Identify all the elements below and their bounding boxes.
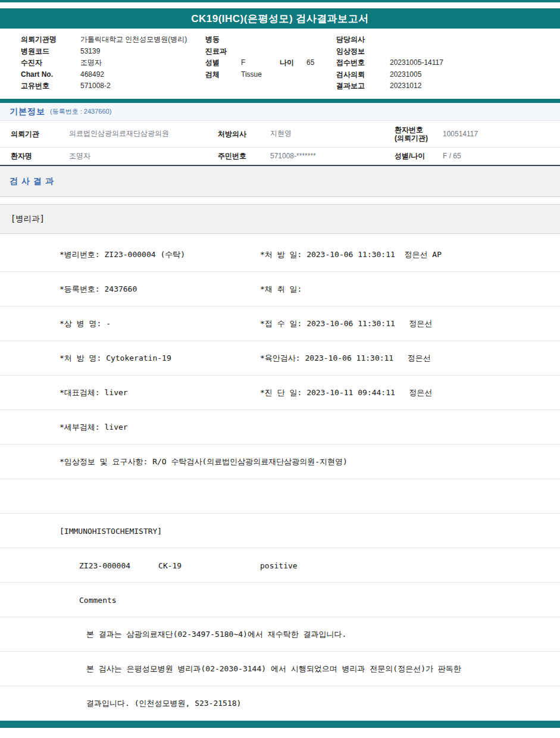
- header-info: 의뢰기관명 가톨릭대학교 인천성모병원(병리) 병원코드 53139 수진자 조…: [0, 29, 560, 99]
- field-row: 임상정보: [336, 46, 443, 58]
- field-label: 진료과: [205, 46, 241, 58]
- field-label: 고유번호: [21, 80, 80, 92]
- field-row: 진료과: [205, 46, 314, 58]
- result-right-text: *육안검사: 2023-10-06 11:30:11 정은선: [260, 353, 431, 364]
- field-label: 성별: [205, 57, 241, 69]
- field-row: 병원코드 53139: [21, 46, 187, 58]
- result-left-text: *병리번호: ZI23-000004 (수탁): [60, 249, 185, 260]
- field-label: 검사의뢰: [336, 69, 390, 81]
- field-value: 20231012: [390, 80, 421, 92]
- result-left-text: *대표검체: liver: [60, 387, 128, 398]
- field-row: 고유번호 571008-2: [21, 80, 187, 92]
- field-row: 의뢰기관명 가톨릭대학교 인천성모병원(병리): [21, 34, 187, 46]
- result-row: *처 방 명: Cytokeratin-19 *육안검사: 2023-10-06…: [0, 341, 560, 376]
- field-value: 468492: [80, 69, 104, 81]
- field-label: 결과보고: [336, 80, 390, 92]
- basic-info-section-header: 기본정보 (등록번호 : 2437660): [0, 103, 560, 121]
- cell-label: 환자명: [0, 147, 65, 165]
- result-right-text: *접 수 일: 2023-10-06 11:30:11 정은선: [260, 318, 432, 329]
- field-row: 성별 F 나이 65: [205, 57, 314, 69]
- cell-label: 의뢰기관: [0, 121, 65, 147]
- result-row: *세부검체: liver: [0, 410, 560, 445]
- cell-value: 지현영: [267, 121, 384, 147]
- result-left-text: 결과입니다. (인천성모병원, S23-21518): [86, 698, 241, 709]
- field-value: 65: [306, 57, 314, 69]
- result-left-text: *상 병 명: -: [60, 318, 111, 329]
- department-band: [병리과]: [0, 204, 560, 234]
- header-column-right: 담당의사 임상정보 접수번호 20231005-14117 검사의뢰 20231…: [336, 34, 443, 92]
- field-value: 20231005: [390, 69, 421, 81]
- field-row: 병동: [205, 34, 314, 46]
- field-value: 20231005-14117: [390, 57, 443, 69]
- result-left-text: Comments: [79, 595, 117, 604]
- basic-info-title: 기본정보: [10, 107, 45, 117]
- result-left-text: ZI23-000004 CK-19: [79, 561, 182, 570]
- result-row: ZI23-000004 CK-19 positive: [0, 548, 560, 583]
- result-right-text: *진 단 일: 2023-10-11 09:44:11 정은선: [260, 387, 432, 398]
- cell-label: 처방의사: [207, 121, 267, 147]
- field-label: 수진자: [21, 57, 80, 69]
- field-label: 검체: [205, 69, 241, 81]
- field-row: 검체 Tissue: [205, 69, 314, 81]
- result-row: *상 병 명: - *접 수 일: 2023-10-06 11:30:11 정은…: [0, 307, 560, 341]
- field-value: Tissue: [241, 69, 262, 81]
- result-row: [0, 479, 560, 514]
- field-row: 수진자 조명자: [21, 57, 187, 69]
- header-column-middle: 병동 진료과 성별 F 나이 65 검체 Tissue: [205, 34, 314, 80]
- result-row: Comments: [0, 583, 560, 617]
- field-value: 가톨릭대학교 인천성모병원(병리): [80, 34, 187, 46]
- result-right-text: *처 방 일: 2023-10-06 11:30:11 정은선 AP: [260, 249, 442, 260]
- field-value: 571008-2: [80, 80, 111, 92]
- result-section-header: 검 사 결 과: [0, 166, 560, 197]
- field-row: 결과보고 20231012: [336, 80, 443, 92]
- result-left-text: 본 결과는 삼광의료재단(02-3497-5180~4)에서 재수탁한 결과입니…: [86, 629, 346, 640]
- field-row: 담당의사: [336, 34, 443, 46]
- result-left-text: *임상정보 및 요구사항: R/O 수탁검사(의료법인삼광의료재단삼광의원-지현…: [60, 456, 348, 467]
- report-title: CK19(IHC)(은평성모) 검사결과보고서: [191, 12, 369, 26]
- result-row: *대표검체: liver *진 단 일: 2023-10-11 09:44:11…: [0, 376, 560, 410]
- result-row: *등록번호: 2437660 *채 취 일:: [0, 272, 560, 307]
- spacer: [0, 197, 560, 204]
- result-left-text: *세부검체: liver: [60, 422, 128, 433]
- department-label: [병리과]: [11, 214, 45, 224]
- bottom-divider: [0, 721, 560, 728]
- header-column-left: 의뢰기관명 가톨릭대학교 인천성모병원(병리) 병원코드 53139 수진자 조…: [21, 34, 187, 92]
- field-label: 병동: [205, 34, 241, 46]
- field-value: 조명자: [80, 57, 102, 69]
- cell-label: 성별/나이: [384, 147, 439, 165]
- cell-value: F / 65: [439, 147, 560, 165]
- result-right-text: positive: [260, 561, 298, 570]
- header-section-divider: [0, 99, 560, 103]
- result-row: 본 검사는 은평성모병원 병리과(02-2030-3144) 에서 시행되었으며…: [0, 652, 560, 686]
- cell-value: 571008-*******: [267, 147, 384, 165]
- table-row: 환자명 조명자 주민번호 571008-******* 성별/나이 F / 65: [0, 147, 560, 165]
- result-left-text: 본 검사는 은평성모병원 병리과(02-2030-3144) 에서 시행되었으며…: [86, 664, 461, 674]
- cell-value: 조명자: [65, 147, 207, 165]
- result-row: 본 결과는 삼광의료재단(02-3497-5180~4)에서 재수탁한 결과입니…: [0, 617, 560, 652]
- result-row: [IMMUNOHISTOCHEMISTRY]: [0, 514, 560, 548]
- field-row: 검사의뢰 20231005: [336, 69, 443, 81]
- result-row: 결과입니다. (인천성모병원, S23-21518): [0, 686, 560, 721]
- result-rows: *병리번호: ZI23-000004 (수탁) *처 방 일: 2023-10-…: [0, 237, 560, 721]
- top-divider: [0, 0, 560, 2]
- result-section-title: 검 사 결 과: [10, 176, 54, 187]
- result-left-text: *등록번호: 2437660: [60, 284, 137, 295]
- field-label: 임상정보: [336, 46, 390, 58]
- field-label: 병원코드: [21, 46, 80, 58]
- cell-value: 의료법인삼광의료재단삼광의원: [65, 121, 207, 147]
- result-left-text: [IMMUNOHISTOCHEMISTRY]: [60, 526, 162, 535]
- field-label: 의뢰기관명: [21, 34, 80, 46]
- result-right-text: *채 취 일:: [260, 284, 302, 295]
- cell-value: 100514117: [439, 121, 560, 147]
- basic-info-table: 의뢰기관 의료법인삼광의료재단삼광의원 처방의사 지현영 환자번호 (의뢰기관)…: [0, 121, 560, 166]
- field-row: 접수번호 20231005-14117: [336, 57, 443, 69]
- cell-label: 주민번호: [207, 147, 267, 165]
- field-value: 53139: [80, 46, 100, 58]
- report-page: CK19(IHC)(은평성모) 검사결과보고서 의뢰기관명 가톨릭대학교 인천성…: [0, 0, 560, 738]
- field-label: 담당의사: [336, 34, 390, 46]
- field-label: 나이: [280, 57, 306, 69]
- field-row: Chart No. 468492: [21, 69, 187, 81]
- result-row: *임상정보 및 요구사항: R/O 수탁검사(의료법인삼광의료재단삼광의원-지현…: [0, 445, 560, 479]
- result-left-text: *처 방 명: Cytokeratin-19: [60, 353, 171, 364]
- basic-info-registration-number: (등록번호 : 2437660): [50, 107, 111, 116]
